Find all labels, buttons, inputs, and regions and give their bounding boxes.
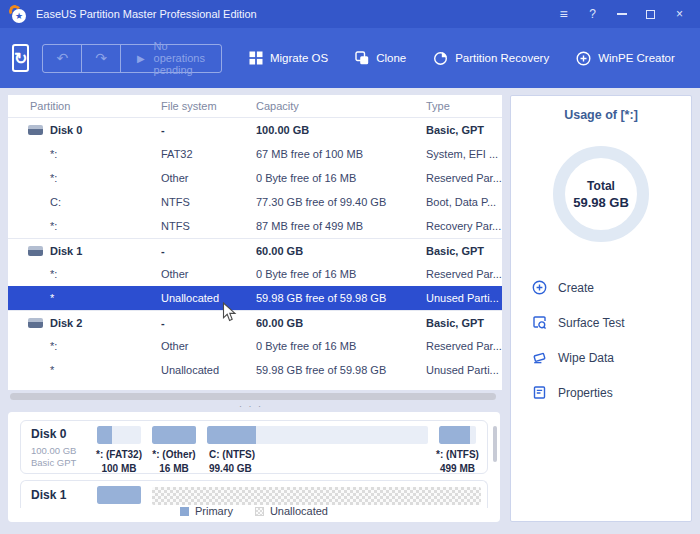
partition-bar xyxy=(207,426,428,444)
usage-donut-chart: Total 59.98 GB xyxy=(553,146,649,242)
capacity-cell: 0 Byte free of 16 MB xyxy=(256,172,426,184)
col-partition: Partition xyxy=(8,100,161,112)
type-cell: Unused Parti... xyxy=(426,292,502,304)
legend-label: Primary xyxy=(195,505,233,517)
table-row-partition[interactable]: *: NTFS 87 MB free of 499 MB Recovery Pa… xyxy=(8,214,502,238)
table-row-partition[interactable]: * Unallocated 59.98 GB free of 59.98 GB … xyxy=(8,358,502,382)
table-row-partition[interactable]: C: NTFS 77.30 GB free of 99.40 GB Boot, … xyxy=(8,190,502,214)
partition-block-fat32[interactable]: *: (FAT32) 100 MB xyxy=(97,426,141,475)
partition-cell: * xyxy=(8,364,161,376)
toolbar-actions: Migrate OS Clone Partition Recovery xyxy=(222,51,700,66)
toolbar-action-label: Partition Recovery xyxy=(455,52,549,64)
window-controls: ≡ ? × xyxy=(549,0,694,28)
partition-bar xyxy=(152,426,196,444)
wipe-data-button[interactable]: Wipe Data xyxy=(511,340,691,375)
migrate-os-button[interactable]: Migrate OS xyxy=(249,51,328,65)
table-row-partition[interactable]: *: Other 0 Byte free of 16 MB Reserved P… xyxy=(8,334,502,358)
usage-title: Usage of [*:] xyxy=(511,108,691,122)
table-row-partition[interactable]: *: Other 0 Byte free of 16 MB Reserved P… xyxy=(8,262,502,286)
toolbar-action-label: Migrate OS xyxy=(270,52,328,64)
execute-operations-button[interactable]: ▶ No operations pending xyxy=(121,45,221,72)
fs-cell: - xyxy=(161,317,256,329)
table-row-partition[interactable]: *: FAT32 67 MB free of 100 MB System, EF… xyxy=(8,142,502,166)
disk-layout: Basic GPT xyxy=(31,457,76,468)
create-button[interactable]: Create xyxy=(511,270,691,305)
operations-group: ↶ ↷ ▶ No operations pending xyxy=(42,44,222,73)
legend-unallocated: Unallocated xyxy=(255,505,328,517)
horizontal-scrollbar[interactable] xyxy=(10,393,496,400)
primary-swatch-icon xyxy=(180,507,189,516)
disk1-partitions xyxy=(97,486,141,504)
undo-icon: ↶ xyxy=(56,50,68,66)
partition-bar-primary[interactable] xyxy=(97,486,141,504)
capacity-cell: 60.00 GB xyxy=(256,245,426,257)
action-label: Surface Test xyxy=(558,316,624,330)
help-icon[interactable]: ? xyxy=(578,0,607,28)
table-row-selected-unallocated[interactable]: * Unallocated 59.98 GB free of 59.98 GB … xyxy=(8,286,502,310)
fs-cell: Unallocated xyxy=(161,364,256,376)
type-cell: Boot, Data P... xyxy=(426,196,502,208)
table-row-disk1[interactable]: Disk 1 - 60.00 GB Basic, GPT xyxy=(8,238,502,262)
capacity-cell: 87 MB free of 499 MB xyxy=(256,220,426,232)
partition-cell: Disk 0 xyxy=(8,124,161,136)
disk-icon xyxy=(28,125,43,135)
maximize-icon[interactable] xyxy=(636,0,665,28)
type-cell: Reserved Par... xyxy=(426,172,502,184)
surface-test-icon xyxy=(532,315,547,330)
table-row-disk0[interactable]: Disk 0 - 100.00 GB Basic, GPT xyxy=(8,118,502,142)
partition-block-ntfs-recovery[interactable]: *: (NTFS) 499 MB xyxy=(439,426,476,475)
capacity-cell: 0 Byte free of 16 MB xyxy=(256,268,426,280)
type-cell: Recovery Par... xyxy=(426,220,502,232)
titlebar: ★ EaseUS Partition Master Professional E… xyxy=(0,0,700,28)
table-row-partition[interactable]: *: Other 0 Byte free of 16 MB Reserved P… xyxy=(8,166,502,190)
capacity-cell: 59.98 GB free of 59.98 GB xyxy=(256,292,426,304)
partition-block-c-ntfs[interactable]: C: (NTFS) 99.40 GB xyxy=(207,426,428,475)
partition-labels: C: (NTFS) 99.40 GB xyxy=(207,448,428,475)
partition-block-other[interactable]: *: (Other) 16 MB xyxy=(152,426,196,475)
usage-panel: Usage of [*:] Total 59.98 GB Create Surf… xyxy=(510,95,692,522)
fs-cell: Other xyxy=(161,172,256,184)
minimize-icon[interactable] xyxy=(607,0,636,28)
undo-button[interactable]: ↶ xyxy=(43,45,82,72)
app-title: EaseUS Partition Master Professional Edi… xyxy=(36,8,257,20)
capacity-cell: 60.00 GB xyxy=(256,317,426,329)
partition-cell: *: xyxy=(8,340,161,352)
capacity-cell: 67 MB free of 100 MB xyxy=(256,148,426,160)
disk-name: Disk 1 xyxy=(31,488,66,502)
partition-labels: *: (NTFS) 499 MB xyxy=(439,448,476,475)
menu-icon[interactable]: ≡ xyxy=(549,0,578,28)
pie-icon xyxy=(433,51,448,66)
properties-button[interactable]: Properties xyxy=(511,375,691,410)
partition-cell: Disk 1 xyxy=(8,245,161,257)
unallocated-bar[interactable] xyxy=(152,487,481,505)
fs-cell: NTFS xyxy=(161,220,256,232)
close-icon[interactable]: × xyxy=(665,0,694,28)
table-row-disk2[interactable]: Disk 2 - 60.00 GB Basic, GPT xyxy=(8,310,502,334)
partition-recovery-button[interactable]: Partition Recovery xyxy=(433,51,549,66)
surface-test-button[interactable]: Surface Test xyxy=(511,305,691,340)
pending-operations-label: No operations pending xyxy=(154,40,205,76)
redo-button[interactable]: ↷ xyxy=(82,45,121,72)
redo-icon: ↷ xyxy=(95,50,107,66)
clone-button[interactable]: Clone xyxy=(355,51,406,65)
total-label: Total xyxy=(587,179,615,193)
partition-bar xyxy=(97,426,141,444)
fs-cell: Other xyxy=(161,340,256,352)
splitter-handle[interactable]: · · · xyxy=(0,401,502,411)
type-cell: Basic, GPT xyxy=(426,124,502,136)
disk-size: 100.00 GB xyxy=(31,445,76,456)
partition-cell: *: xyxy=(8,268,161,280)
diskmap-vertical-scrollbar[interactable] xyxy=(493,426,497,462)
type-cell: Reserved Par... xyxy=(426,340,502,352)
refresh-button[interactable]: ↻ xyxy=(12,44,29,72)
legend-primary: Primary xyxy=(180,505,233,517)
partition-cell: C: xyxy=(8,196,161,208)
partition-cell: *: xyxy=(8,172,161,184)
disk-icon xyxy=(28,246,43,256)
fs-cell: Unallocated xyxy=(161,292,256,304)
play-icon: ▶ xyxy=(137,53,145,64)
partition-cell: Disk 2 xyxy=(8,317,161,329)
disk0-map-card: Disk 0 100.00 GB Basic GPT *: (FAT32) 10… xyxy=(20,420,488,474)
fs-cell: - xyxy=(161,124,256,136)
winpe-creator-button[interactable]: WinPE Creator xyxy=(576,51,675,66)
